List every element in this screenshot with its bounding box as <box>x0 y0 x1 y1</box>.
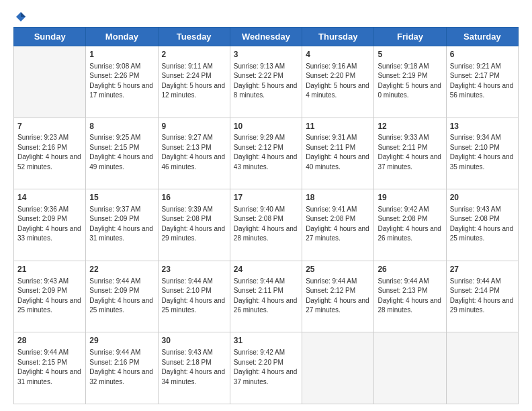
day-info: Sunrise: 9:27 AMSunset: 2:13 PMDaylight:… <box>162 133 226 172</box>
calendar-week-0: 1Sunrise: 9:08 AMSunset: 2:26 PMDaylight… <box>14 46 519 118</box>
weekday-header-wednesday: Wednesday <box>230 28 302 46</box>
svg-marker-1 <box>21 12 26 17</box>
day-info: Sunrise: 9:18 AMSunset: 2:19 PMDaylight:… <box>378 62 442 101</box>
calendar-week-1: 7Sunrise: 9:23 AMSunset: 2:16 PMDaylight… <box>14 118 519 189</box>
day-info: Sunrise: 9:43 AMSunset: 2:09 PMDaylight:… <box>17 277 82 316</box>
weekday-header-tuesday: Tuesday <box>158 28 230 46</box>
calendar-table: SundayMondayTuesdayWednesdayThursdayFrid… <box>13 27 519 404</box>
day-number: 27 <box>450 264 515 275</box>
calendar-cell: 8Sunrise: 9:25 AMSunset: 2:15 PMDaylight… <box>86 118 158 189</box>
day-info: Sunrise: 9:34 AMSunset: 2:10 PMDaylight:… <box>450 133 515 172</box>
day-number: 22 <box>89 264 154 275</box>
day-number: 30 <box>162 335 226 347</box>
day-info: Sunrise: 9:42 AMSunset: 2:08 PMDaylight:… <box>378 205 442 244</box>
weekday-header-thursday: Thursday <box>302 28 374 46</box>
day-info: Sunrise: 9:39 AMSunset: 2:08 PMDaylight:… <box>162 205 226 244</box>
day-info: Sunrise: 9:25 AMSunset: 2:15 PMDaylight:… <box>89 133 154 172</box>
calendar-cell <box>446 332 518 404</box>
header <box>13 11 519 20</box>
day-info: Sunrise: 9:44 AMSunset: 2:12 PMDaylight:… <box>306 277 370 316</box>
calendar-body: 1Sunrise: 9:08 AMSunset: 2:26 PMDaylight… <box>14 46 519 404</box>
calendar-cell: 1Sunrise: 9:08 AMSunset: 2:26 PMDaylight… <box>86 46 158 118</box>
day-info: Sunrise: 9:43 AMSunset: 2:18 PMDaylight:… <box>162 348 226 387</box>
day-number: 9 <box>162 121 226 132</box>
day-number: 15 <box>89 192 154 203</box>
day-number: 3 <box>234 49 298 60</box>
calendar-cell: 20Sunrise: 9:43 AMSunset: 2:08 PMDayligh… <box>446 189 518 261</box>
day-number: 13 <box>450 121 515 132</box>
calendar-cell: 16Sunrise: 9:39 AMSunset: 2:08 PMDayligh… <box>158 189 230 261</box>
logo-flag-icon <box>15 11 27 23</box>
weekday-header-monday: Monday <box>86 28 158 46</box>
calendar-week-4: 28Sunrise: 9:44 AMSunset: 2:15 PMDayligh… <box>14 332 519 404</box>
calendar-cell: 14Sunrise: 9:36 AMSunset: 2:09 PMDayligh… <box>14 189 86 261</box>
day-info: Sunrise: 9:44 AMSunset: 2:10 PMDaylight:… <box>162 277 226 316</box>
day-number: 8 <box>89 121 154 132</box>
calendar-cell: 25Sunrise: 9:44 AMSunset: 2:12 PMDayligh… <box>302 261 374 332</box>
day-number: 19 <box>378 192 442 203</box>
day-number: 24 <box>234 264 298 275</box>
day-number: 21 <box>17 264 82 275</box>
day-number: 5 <box>378 49 442 60</box>
day-number: 7 <box>17 121 82 132</box>
calendar-cell: 27Sunrise: 9:44 AMSunset: 2:14 PMDayligh… <box>446 261 518 332</box>
calendar-cell: 11Sunrise: 9:31 AMSunset: 2:11 PMDayligh… <box>302 118 374 189</box>
day-info: Sunrise: 9:41 AMSunset: 2:08 PMDaylight:… <box>306 205 370 244</box>
calendar-cell: 26Sunrise: 9:44 AMSunset: 2:13 PMDayligh… <box>374 261 446 332</box>
calendar-cell: 22Sunrise: 9:44 AMSunset: 2:09 PMDayligh… <box>86 261 158 332</box>
day-number: 14 <box>17 192 82 203</box>
calendar-cell: 30Sunrise: 9:43 AMSunset: 2:18 PMDayligh… <box>158 332 230 404</box>
calendar-cell: 31Sunrise: 9:42 AMSunset: 2:20 PMDayligh… <box>230 332 302 404</box>
calendar-cell: 29Sunrise: 9:44 AMSunset: 2:16 PMDayligh… <box>86 332 158 404</box>
day-info: Sunrise: 9:42 AMSunset: 2:20 PMDaylight:… <box>234 348 298 387</box>
day-number: 6 <box>450 49 515 60</box>
day-info: Sunrise: 9:29 AMSunset: 2:12 PMDaylight:… <box>234 133 298 172</box>
day-info: Sunrise: 9:44 AMSunset: 2:16 PMDaylight:… <box>89 348 154 387</box>
calendar-cell: 3Sunrise: 9:13 AMSunset: 2:22 PMDaylight… <box>230 46 302 118</box>
day-info: Sunrise: 9:33 AMSunset: 2:11 PMDaylight:… <box>378 133 442 172</box>
day-info: Sunrise: 9:44 AMSunset: 2:11 PMDaylight:… <box>234 277 298 316</box>
calendar-cell: 12Sunrise: 9:33 AMSunset: 2:11 PMDayligh… <box>374 118 446 189</box>
day-info: Sunrise: 9:21 AMSunset: 2:17 PMDaylight:… <box>450 62 515 101</box>
day-info: Sunrise: 9:13 AMSunset: 2:22 PMDaylight:… <box>234 62 298 101</box>
calendar-cell: 19Sunrise: 9:42 AMSunset: 2:08 PMDayligh… <box>374 189 446 261</box>
day-number: 16 <box>162 192 226 203</box>
day-number: 17 <box>234 192 298 203</box>
calendar-cell: 21Sunrise: 9:43 AMSunset: 2:09 PMDayligh… <box>14 261 86 332</box>
day-info: Sunrise: 9:37 AMSunset: 2:09 PMDaylight:… <box>89 205 154 244</box>
day-info: Sunrise: 9:31 AMSunset: 2:11 PMDaylight:… <box>306 133 370 172</box>
day-info: Sunrise: 9:11 AMSunset: 2:24 PMDaylight:… <box>162 62 226 101</box>
day-number: 25 <box>306 264 370 275</box>
day-info: Sunrise: 9:40 AMSunset: 2:08 PMDaylight:… <box>234 205 298 244</box>
day-info: Sunrise: 9:36 AMSunset: 2:09 PMDaylight:… <box>17 205 82 244</box>
day-info: Sunrise: 9:16 AMSunset: 2:20 PMDaylight:… <box>306 62 370 101</box>
day-number: 12 <box>378 121 442 132</box>
calendar-header: SundayMondayTuesdayWednesdayThursdayFrid… <box>14 28 519 46</box>
calendar-cell: 6Sunrise: 9:21 AMSunset: 2:17 PMDaylight… <box>446 46 518 118</box>
calendar-cell: 28Sunrise: 9:44 AMSunset: 2:15 PMDayligh… <box>14 332 86 404</box>
day-info: Sunrise: 9:23 AMSunset: 2:16 PMDaylight:… <box>17 133 82 172</box>
calendar-week-2: 14Sunrise: 9:36 AMSunset: 2:09 PMDayligh… <box>14 189 519 261</box>
logo <box>13 11 27 20</box>
day-number: 20 <box>450 192 515 203</box>
day-info: Sunrise: 9:43 AMSunset: 2:08 PMDaylight:… <box>450 205 515 244</box>
day-info: Sunrise: 9:44 AMSunset: 2:14 PMDaylight:… <box>450 277 515 316</box>
calendar-cell: 13Sunrise: 9:34 AMSunset: 2:10 PMDayligh… <box>446 118 518 189</box>
day-number: 4 <box>306 49 370 60</box>
calendar-cell: 23Sunrise: 9:44 AMSunset: 2:10 PMDayligh… <box>158 261 230 332</box>
calendar-week-3: 21Sunrise: 9:43 AMSunset: 2:09 PMDayligh… <box>14 261 519 332</box>
day-info: Sunrise: 9:44 AMSunset: 2:13 PMDaylight:… <box>378 277 442 316</box>
calendar-cell: 9Sunrise: 9:27 AMSunset: 2:13 PMDaylight… <box>158 118 230 189</box>
day-number: 10 <box>234 121 298 132</box>
weekday-header-saturday: Saturday <box>446 28 518 46</box>
day-info: Sunrise: 9:44 AMSunset: 2:09 PMDaylight:… <box>89 277 154 316</box>
calendar-cell <box>14 46 86 118</box>
calendar-cell: 17Sunrise: 9:40 AMSunset: 2:08 PMDayligh… <box>230 189 302 261</box>
page: SundayMondayTuesdayWednesdayThursdayFrid… <box>0 0 532 411</box>
weekday-header-sunday: Sunday <box>14 28 86 46</box>
day-number: 26 <box>378 264 442 275</box>
weekday-header-friday: Friday <box>374 28 446 46</box>
calendar-cell: 5Sunrise: 9:18 AMSunset: 2:19 PMDaylight… <box>374 46 446 118</box>
calendar-cell: 24Sunrise: 9:44 AMSunset: 2:11 PMDayligh… <box>230 261 302 332</box>
calendar-cell: 7Sunrise: 9:23 AMSunset: 2:16 PMDaylight… <box>14 118 86 189</box>
